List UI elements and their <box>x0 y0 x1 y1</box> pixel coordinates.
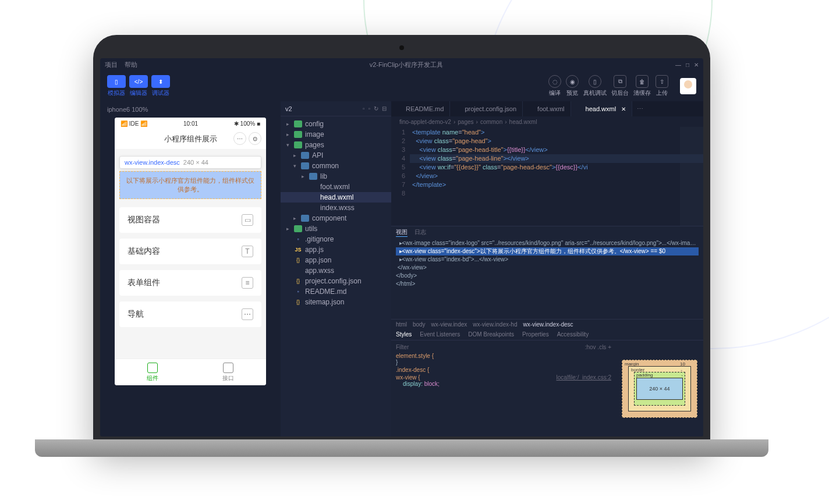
tree-node[interactable]: ▸image <box>281 129 391 140</box>
phone-list-item[interactable]: 导航⋯ <box>119 301 261 327</box>
dt-tab-events[interactable]: Event Listeners <box>420 331 460 338</box>
phone-nav-bar: 小程序组件展示 ⋯ ⊙ <box>115 129 266 149</box>
phone-list-item[interactable]: 表单组件≡ <box>119 270 261 296</box>
mode-debugger[interactable]: ⬍ 调试器 <box>151 75 170 97</box>
mode-editor[interactable]: </> 编辑器 <box>129 75 148 97</box>
crumb-index-desc[interactable]: wx-view.index-desc <box>523 321 573 328</box>
box-model[interactable]: margin 10 border - padding - <box>622 360 697 418</box>
tree-node[interactable]: {}app.json <box>281 255 391 265</box>
box-content-dim: 240 × 44 <box>649 386 669 392</box>
dom-node[interactable]: </body> <box>396 272 699 280</box>
tree-node[interactable]: head.wxml <box>281 192 391 203</box>
filter-input[interactable]: Filter <box>396 344 409 350</box>
window-title: v2-FinClip小程序开发工具 <box>137 61 675 69</box>
tree-node[interactable]: index.wxss <box>281 203 391 213</box>
collapse-icon[interactable]: ⊟ <box>382 105 387 112</box>
dt-tab-a11y[interactable]: Accessibility <box>557 331 589 338</box>
new-file-icon[interactable]: ▫ <box>363 105 365 112</box>
simulator-icon: ▯ <box>107 75 126 88</box>
mode-simulator[interactable]: ▯ 模拟器 <box>107 75 126 97</box>
inspect-tooltip: wx-view.index-desc 240 × 44 <box>119 156 261 169</box>
tab-log[interactable]: 日志 <box>414 228 426 236</box>
phone-list-item[interactable]: 视图容器▭ <box>119 207 261 233</box>
editor-tab[interactable]: foot.wxml <box>523 101 571 116</box>
file-icon <box>309 204 317 211</box>
tree-node[interactable]: ▸API <box>281 150 391 161</box>
dom-breadcrumb: html body wx-view.index wx-view.index-hd… <box>391 320 703 329</box>
inspector-tabs: 视图 日志 <box>391 226 703 238</box>
file-icon <box>529 106 534 112</box>
refresh-icon[interactable]: ↻ <box>374 105 378 112</box>
phone-tab-bar: 组件 接口 <box>115 359 266 385</box>
styles-pane[interactable]: Filter :hov .cls + element.style {}.inde… <box>391 340 616 436</box>
tab-components[interactable]: 组件 <box>115 359 190 385</box>
tree-node[interactable]: {}sitemap.json <box>281 297 391 307</box>
close-icon[interactable]: ✕ <box>694 62 699 68</box>
item-icon: ≡ <box>242 277 253 289</box>
tree-node[interactable]: {}project.config.json <box>281 276 391 286</box>
new-folder-icon[interactable]: ▫ <box>368 105 370 112</box>
dom-node[interactable]: ▸<wx-view class="index-desc">以下将展示小程序官方组… <box>396 247 699 255</box>
dom-node[interactable]: </html> <box>396 280 699 288</box>
editor-tab[interactable]: head.wxml✕ <box>571 101 633 116</box>
tree-node[interactable]: JSapp.js <box>281 244 391 255</box>
tab-api[interactable]: 接口 <box>190 359 266 385</box>
tree-node[interactable]: ▾common <box>281 161 391 171</box>
simulator-panel: iphone6 100% 📶 IDE 📶 10:01 ✱ 100% ■ 小程序组… <box>100 101 281 436</box>
action-preview[interactable]: ◉ 预览 <box>566 75 579 97</box>
css-rule[interactable]: element.style {} <box>396 353 611 365</box>
capsule-more-icon[interactable]: ⋯ <box>233 132 246 145</box>
crumb-index[interactable]: wx-view.index <box>431 321 467 328</box>
close-tab-icon[interactable]: ✕ <box>621 106 626 112</box>
user-avatar[interactable] <box>680 78 696 94</box>
tree-node[interactable]: app.wxss <box>281 265 391 276</box>
inspector-body[interactable]: ▸<wx-image class="index-logo" src="../re… <box>391 238 703 319</box>
tab-overflow-icon[interactable]: ⋯ <box>632 101 648 116</box>
file-icon <box>456 106 462 112</box>
item-icon: ⋯ <box>242 308 253 320</box>
filter-opts[interactable]: :hov .cls + <box>585 344 611 350</box>
tree-node[interactable]: foot.wxml <box>281 182 391 192</box>
action-background[interactable]: ⧉ 切后台 <box>611 75 629 97</box>
action-clear-cache[interactable]: 🗑 清缓存 <box>633 75 651 97</box>
code-area[interactable]: <template name="head"> <view class="page… <box>410 127 703 226</box>
css-rule[interactable]: .index-desc {</span></div><div class="pr… <box>396 367 611 373</box>
file-icon <box>301 152 309 159</box>
minimap[interactable] <box>680 127 703 226</box>
components-icon <box>147 363 158 373</box>
dom-node[interactable]: ▸<wx-view class="index-bd">...</wx-view> <box>396 255 699 264</box>
menu-bar: 项目 帮助 <box>105 61 137 69</box>
tree-node[interactable]: ▸config <box>281 119 391 129</box>
crumb-index-hd[interactable]: wx-view.index-hd <box>473 321 517 328</box>
menu-project[interactable]: 项目 <box>105 61 118 69</box>
dom-node[interactable]: ▸<wx-image class="index-logo" src="../re… <box>396 239 699 247</box>
action-upload[interactable]: ⇧ 上传 <box>656 75 668 97</box>
action-compile[interactable]: ◌ 编译 <box>548 75 561 97</box>
highlighted-element[interactable]: 以下将展示小程序官方组件能力，组件样式仅供参考。 <box>119 171 261 199</box>
camera-dot <box>399 45 404 50</box>
tree-node[interactable]: ▫.gitignore <box>281 234 391 244</box>
minimize-icon[interactable]: — <box>675 62 681 68</box>
window-controls: — □ ✕ <box>675 62 699 68</box>
tree-node[interactable]: ▸lib <box>281 171 391 182</box>
tab-view[interactable]: 视图 <box>396 228 408 237</box>
editor-tab[interactable]: README.md <box>391 101 450 116</box>
code-editor[interactable]: 12345678 <template name="head"> <view cl… <box>391 127 703 226</box>
tree-node[interactable]: ▸component <box>281 213 391 223</box>
css-rule[interactable]: wx-view {localfile:/_index.css:2display:… <box>396 374 611 387</box>
action-remote-debug[interactable]: ▯ 真机调试 <box>583 75 607 97</box>
dt-tab-props[interactable]: Properties <box>522 331 549 338</box>
crumb-body[interactable]: body <box>413 321 426 328</box>
tree-node[interactable]: ▾pages <box>281 140 391 150</box>
phone-list-item[interactable]: 基础内容T <box>119 239 261 264</box>
dt-tab-dom-bp[interactable]: DOM Breakpoints <box>468 331 514 338</box>
editor-tab[interactable]: project.config.json <box>450 101 523 116</box>
dt-tab-styles[interactable]: Styles <box>396 331 412 338</box>
capsule-close-icon[interactable]: ⊙ <box>249 132 261 145</box>
dom-node[interactable]: </wx-view> <box>396 264 699 272</box>
menu-help[interactable]: 帮助 <box>125 61 137 69</box>
crumb-html[interactable]: html <box>396 321 407 328</box>
tree-node[interactable]: ▫README.md <box>281 286 391 297</box>
tree-node[interactable]: ▸utils <box>281 223 391 234</box>
maximize-icon[interactable]: □ <box>686 62 689 68</box>
